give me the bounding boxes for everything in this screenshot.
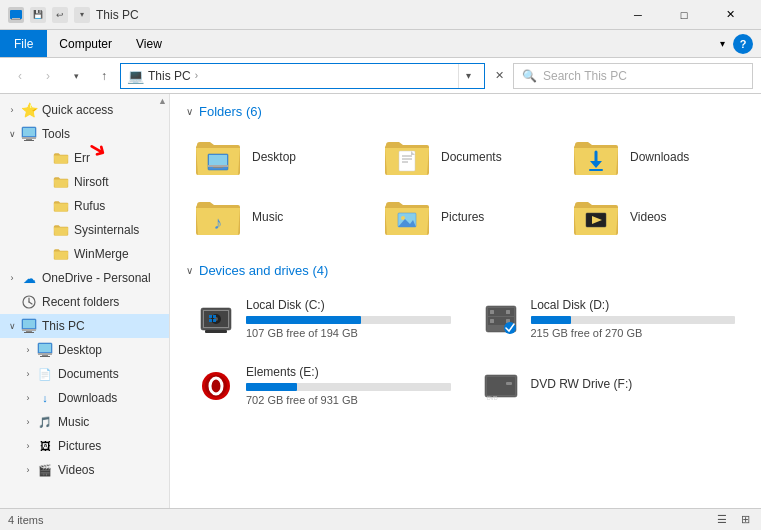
- folder-videos[interactable]: Videos: [564, 191, 745, 243]
- drive-e[interactable]: Elements (E:) 702 GB free of 931 GB: [186, 357, 461, 414]
- sidebar-item-this-pc[interactable]: ∨ This PC: [0, 314, 169, 338]
- close-button[interactable]: ✕: [707, 0, 753, 30]
- onedrive-icon: ☁: [20, 269, 38, 287]
- sidebar-label: Pictures: [58, 439, 101, 453]
- drive-e-space: 702 GB free of 931 GB: [246, 394, 451, 406]
- drive-d[interactable]: Local Disk (D:) 215 GB free of 270 GB: [471, 290, 746, 347]
- drive-c-info: Local Disk (C:) 107 GB free of 194 GB: [246, 298, 451, 339]
- folders-grid: Desktop Documents: [186, 131, 745, 243]
- sidebar-label: Nirsoft: [74, 175, 109, 189]
- drive-d-icon: [481, 299, 521, 339]
- svg-rect-20: [40, 356, 50, 357]
- address-path[interactable]: 💻 This PC › ▾: [120, 63, 485, 89]
- dropdown-icon[interactable]: ▾: [74, 7, 90, 23]
- svg-rect-19: [42, 355, 48, 356]
- drive-d-bar-bg: [531, 316, 736, 324]
- path-dropdown-btn[interactable]: ▾: [458, 64, 478, 88]
- sidebar-item-quick-access[interactable]: › ⭐ Quick access: [0, 98, 169, 122]
- drive-f[interactable]: DVD DVD RW Drive (F:): [471, 357, 746, 414]
- file-menu[interactable]: File: [0, 30, 47, 57]
- drive-d-bar-fill: [531, 316, 572, 324]
- minimize-button[interactable]: ─: [615, 0, 661, 30]
- folder-music-icon: ♪: [194, 197, 242, 237]
- search-box[interactable]: 🔍 Search This PC: [513, 63, 753, 89]
- drive-c-space: 107 GB free of 194 GB: [246, 327, 451, 339]
- scroll-up-icon[interactable]: ▲: [158, 96, 167, 106]
- search-placeholder: Search This PC: [543, 69, 627, 83]
- expand-icon: ›: [20, 369, 36, 379]
- sidebar-item-tools[interactable]: ∨ Tools: [0, 122, 169, 146]
- forward-button[interactable]: ›: [36, 64, 60, 88]
- sidebar-item-nirsoft[interactable]: Nirsoft: [0, 170, 169, 194]
- svg-rect-18: [38, 353, 52, 355]
- drive-c[interactable]: Local Disk (C:) 107 GB free of 194 GB: [186, 290, 461, 347]
- list-view-button[interactable]: ☰: [714, 512, 730, 527]
- maximize-button[interactable]: □: [661, 0, 707, 30]
- sidebar-label: WinMerge: [74, 247, 129, 261]
- path-main-text: This PC: [148, 69, 191, 83]
- sidebar-label: Downloads: [58, 391, 117, 405]
- sidebar-label: Tools: [42, 127, 70, 141]
- svg-rect-45: [213, 315, 216, 318]
- computer-menu[interactable]: Computer: [47, 30, 124, 57]
- sidebar-item-rufus[interactable]: Rufus: [0, 194, 169, 218]
- downloads-icon: ↓: [36, 389, 54, 407]
- sidebar-label: Documents: [58, 367, 119, 381]
- folder-name: Desktop: [252, 150, 296, 164]
- svg-rect-14: [26, 331, 32, 332]
- folder-name: Videos: [630, 210, 666, 224]
- quick-access-icon: ⭐: [20, 101, 38, 119]
- sidebar-item-pictures[interactable]: › 🖼 Pictures: [0, 434, 169, 458]
- sidebar-item-documents[interactable]: › 📄 Documents: [0, 362, 169, 386]
- detail-view-button[interactable]: ⊞: [738, 512, 753, 527]
- up-button[interactable]: ↑: [92, 64, 116, 88]
- expand-icon: ›: [4, 273, 20, 283]
- this-pc-icon: [20, 317, 38, 335]
- help-button[interactable]: ?: [733, 34, 753, 54]
- folder-pictures[interactable]: Pictures: [375, 191, 556, 243]
- svg-rect-51: [490, 310, 494, 314]
- view-menu[interactable]: View: [124, 30, 174, 57]
- svg-rect-47: [213, 319, 216, 322]
- status-right: ☰ ⊞: [714, 512, 753, 527]
- svg-rect-60: [487, 377, 515, 395]
- folder-music[interactable]: ♪ Music: [186, 191, 367, 243]
- sidebar-item-desktop[interactable]: › Desktop: [0, 338, 169, 362]
- pictures-icon: 🖼: [36, 437, 54, 455]
- title-icon: [8, 7, 24, 23]
- folder-documents-icon: [383, 137, 431, 177]
- drive-c-icon: [196, 299, 236, 339]
- folder-desktop-icon: [194, 137, 242, 177]
- sidebar-label: Desktop: [58, 343, 102, 357]
- sidebar-item-err[interactable]: Err: [0, 146, 169, 170]
- drive-d-name: Local Disk (D:): [531, 298, 736, 312]
- folder-documents[interactable]: Documents: [375, 131, 556, 183]
- sidebar-label: Err: [74, 151, 90, 165]
- svg-rect-43: [205, 330, 227, 333]
- sidebar-label: Quick access: [42, 103, 113, 117]
- drives-collapse-btn[interactable]: ∨: [186, 265, 193, 276]
- sidebar-item-onedrive[interactable]: › ☁ OneDrive - Personal: [0, 266, 169, 290]
- sidebar-item-recent-folders[interactable]: Recent folders: [0, 290, 169, 314]
- path-clear-button[interactable]: ✕: [489, 64, 509, 88]
- recent-locations-button[interactable]: ▾: [64, 64, 88, 88]
- folder-downloads[interactable]: Downloads: [564, 131, 745, 183]
- folder-icon: [52, 149, 70, 167]
- sidebar-item-sysinternals[interactable]: Sysinternals: [0, 218, 169, 242]
- back-button[interactable]: ‹: [8, 64, 32, 88]
- menu-bar-right: ▾ ?: [716, 34, 761, 54]
- folder-desktop[interactable]: Desktop: [186, 131, 367, 183]
- folders-collapse-btn[interactable]: ∨: [186, 106, 193, 117]
- svg-rect-17: [39, 344, 51, 352]
- ribbon-collapse-btn[interactable]: ▾: [716, 36, 729, 51]
- sidebar-item-winmerge[interactable]: WinMerge: [0, 242, 169, 266]
- svg-rect-13: [22, 329, 36, 331]
- undo-icon: ↩: [52, 7, 68, 23]
- sidebar-item-downloads[interactable]: › ↓ Downloads: [0, 386, 169, 410]
- folder-name: Documents: [441, 150, 502, 164]
- svg-point-34: [401, 216, 405, 220]
- sidebar-item-music[interactable]: › 🎵 Music: [0, 410, 169, 434]
- drive-e-info: Elements (E:) 702 GB free of 931 GB: [246, 365, 451, 406]
- drive-d-space: 215 GB free of 270 GB: [531, 327, 736, 339]
- sidebar-item-videos[interactable]: › 🎬 Videos: [0, 458, 169, 482]
